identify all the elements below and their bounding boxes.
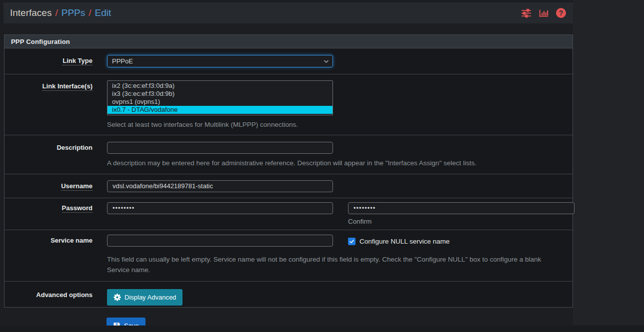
listbox-option[interactable]: ix3 (3c:ec:ef:f3:0d:9b) — [108, 90, 332, 98]
listbox-option[interactable]: ix2 (3c:ec:ef:f3:0d:9a) — [108, 82, 332, 90]
link-interfaces-label: Link Interface(s) — [4, 80, 92, 130]
breadcrumb-link-ppps[interactable]: PPPs — [62, 7, 86, 18]
listbox-option[interactable]: ovpns1 (ovpns1) — [108, 98, 332, 106]
service-name-input[interactable] — [107, 235, 333, 247]
password-confirm-input[interactable] — [348, 202, 574, 214]
row-description: Description A description may be entered… — [4, 135, 572, 174]
username-label: Username — [4, 180, 92, 192]
breadcrumb-separator: / — [88, 7, 91, 18]
advanced-options-label: Advanced options — [4, 289, 92, 306]
configure-null-checkbox[interactable] — [348, 238, 356, 245]
panel-body: Link Type PPPoE Link Interfac — [4, 48, 572, 307]
description-label: Description — [4, 142, 92, 169]
link-type-select[interactable]: PPPoE — [107, 55, 333, 67]
username-input[interactable] — [107, 180, 333, 192]
link-type-label: Link Type — [4, 55, 92, 67]
row-advanced-options: Advanced options — [4, 282, 572, 307]
configure-null-checkbox-group: Configure NULL service name — [348, 235, 450, 247]
breadcrumb-separator: / — [55, 7, 58, 18]
password-confirm-label: Confirm — [348, 218, 574, 225]
service-name-label: Service name — [4, 235, 92, 276]
display-advanced-label: Display Advanced — [124, 294, 176, 301]
password-input[interactable] — [107, 202, 333, 214]
breadcrumb-section: Interfaces — [10, 7, 52, 18]
password-label: Password — [4, 202, 92, 225]
footer-bar — [0, 326, 644, 332]
row-service-name: Service name Configure NULL service name — [4, 230, 572, 282]
chart-bar-icon[interactable] — [538, 8, 549, 18]
service-name-help: This field can usually be left empty. Se… — [107, 255, 560, 276]
help-icon[interactable]: ? — [556, 8, 566, 18]
panel-title: PPP Configuration — [4, 35, 572, 48]
breadcrumb-link-edit[interactable]: Edit — [95, 7, 112, 18]
content-column: Interfaces / PPPs / Edit — [0, 0, 573, 326]
ppp-configuration-panel: PPP Configuration Link Type PPPoE — [4, 34, 573, 308]
row-password: Password Confirm — [4, 198, 572, 230]
check-icon — [349, 239, 354, 244]
row-username: Username — [4, 174, 572, 198]
description-input[interactable] — [107, 142, 333, 154]
gear-icon — [114, 294, 121, 301]
sliders-icon[interactable] — [521, 8, 532, 18]
link-interfaces-help: Select at least two interfaces for Multi… — [107, 120, 572, 130]
breadcrumb-bar: Interfaces / PPPs / Edit — [4, 2, 573, 23]
row-link-type: Link Type PPPoE — [4, 48, 572, 74]
description-help: A description may be entered here for ad… — [107, 158, 572, 169]
configure-null-checkbox-label[interactable]: Configure NULL service name — [360, 238, 450, 245]
topbar-icons: ? — [521, 8, 566, 18]
link-interfaces-listbox[interactable]: ix2 (3c:ec:ef:f3:0d:9a) ix3 (3c:ec:ef:f3… — [107, 80, 333, 115]
listbox-option-selected[interactable]: ix0.7 - DTAG/vodafone — [108, 106, 332, 114]
row-link-interfaces: Link Interface(s) ix2 (3c:ec:ef:f3:0d:9a… — [4, 74, 572, 135]
breadcrumb: Interfaces / PPPs / Edit — [10, 7, 111, 18]
display-advanced-button[interactable]: Display Advanced — [107, 289, 182, 306]
